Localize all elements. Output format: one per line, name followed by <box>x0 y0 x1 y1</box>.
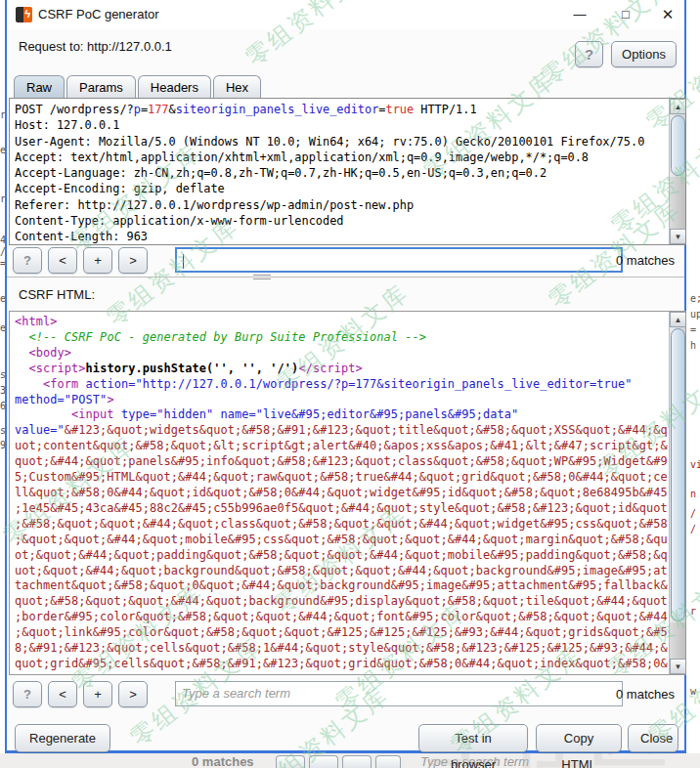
csrf-html-scrollbar[interactable]: ▲ ▼ <box>669 312 685 674</box>
search-add-button[interactable]: + <box>83 247 112 274</box>
background-text-fragment: = <box>690 324 696 335</box>
test-in-browser-button[interactable]: Test in browser <box>418 724 528 752</box>
code-line: <script>history.pushState('', '', '/')</… <box>15 362 669 377</box>
request-tabs: RawParamsHeadersHex <box>14 75 263 99</box>
background-button <box>309 755 338 768</box>
code-line: uot;content&quot;&#58;&quot;&lt;script&g… <box>15 439 669 454</box>
background-text-fragment: n <box>690 489 696 499</box>
code-line: value="&#123;&quot;widgets&quot;&#58;&#9… <box>15 423 669 439</box>
background-button <box>375 755 401 768</box>
code-line: 8;&#91;&#123;&quot;cells&quot;&#58;1&#44… <box>15 641 669 657</box>
search-next-button[interactable]: > <box>118 247 148 274</box>
copy-html-button[interactable]: Copy HTML <box>536 724 622 752</box>
request-scrollbar[interactable]: ▲ ▼ <box>669 99 685 244</box>
code-line: ;border&#95;color&quot;&#58;&quot;&quot;… <box>15 610 669 625</box>
background-matches-label: 0 matches <box>192 754 254 768</box>
match-count-label: 0 matches <box>616 687 675 702</box>
code-line: ;&#58;&quot;&quot;&#44;&quot;class&quot;… <box>15 517 669 533</box>
search-input[interactable] <box>175 247 623 273</box>
tab-params[interactable]: Params <box>66 75 136 99</box>
code-line: ll&quot;&#58;0&#44;&quot;id&quot;&#58;0&… <box>15 486 669 501</box>
request-search-bar: ? < + > 0 matches <box>7 246 684 276</box>
code-line: <!-- CSRF PoC - generated by Burp Suite … <box>15 330 669 346</box>
scroll-up-icon[interactable]: ▲ <box>670 312 686 327</box>
minimize-button[interactable]: — <box>565 4 594 25</box>
section-divider <box>7 277 684 277</box>
scroll-down-icon[interactable]: ▼ <box>670 659 686 674</box>
tab-headers[interactable]: Headers <box>138 75 211 99</box>
code-line: ot;&quot;&#44;&quot;padding&quot;&#58;&q… <box>15 548 669 564</box>
help-button[interactable]: ? <box>575 41 603 67</box>
code-line: Accept-Language: zh-CN,zh;q=0.8,zh-TW;q=… <box>15 165 669 181</box>
close-button[interactable]: Close <box>628 724 678 752</box>
background-button <box>342 755 372 768</box>
request-code[interactable]: POST /wordpress/?p=177&siteorigin_panels… <box>10 99 669 244</box>
code-line: tachment&quot;&#58;&quot;0&quot;&#44;&qu… <box>15 578 669 594</box>
code-line: POST /wordpress/?p=177&siteorigin_panels… <box>15 102 669 117</box>
background-text-fragment: up <box>690 309 700 320</box>
search-prev-button[interactable]: < <box>48 681 77 707</box>
background-text-fragment: / <box>690 524 696 534</box>
request-editor[interactable]: POST /wordpress/?p=177&siteorigin_panels… <box>9 98 686 245</box>
code-line: <html> <box>15 315 669 330</box>
background-text-fragment: / <box>690 508 696 519</box>
scroll-down-icon[interactable]: ▼ <box>670 229 686 244</box>
tab-hex[interactable]: Hex <box>213 75 261 99</box>
text-caret <box>183 254 184 269</box>
code-line: Referer: http://127.0.0.1/wordpress/wp-a… <box>15 197 669 213</box>
background-text-fragment: vi <box>690 459 700 470</box>
background-button <box>276 755 305 768</box>
code-line: quot;&#58;&quot;&quot;&#44;&quot;backgro… <box>15 594 669 610</box>
code-line: Content-Length: 963 <box>15 229 669 244</box>
background-text-fragment: e; <box>690 293 700 304</box>
splitter-grip[interactable] <box>253 275 271 279</box>
code-line: quot;grid&#95;cells&quot;&#58;&#91;&#123… <box>15 657 669 672</box>
search-help-button[interactable]: ? <box>13 681 42 707</box>
code-line: 5;Custom&#95;HTML&quot;&#44;&quot;raw&qu… <box>15 470 669 486</box>
csrf-html-label: CSRF HTML: <box>19 287 95 302</box>
scroll-thumb[interactable] <box>671 328 685 621</box>
csrf-search-bar: ? < + > Type a search term 0 matches <box>7 680 684 709</box>
options-button[interactable]: Options <box>611 41 677 67</box>
search-prev-button[interactable]: < <box>48 247 77 274</box>
code-line: <body> <box>15 346 669 362</box>
code-line: Accept: text/html,application/xhtml+xml,… <box>15 149 669 165</box>
code-line: <input type="hidden" name="live&#95;edit… <box>15 407 669 423</box>
scroll-track[interactable] <box>670 177 686 230</box>
match-count-label: 0 matches <box>616 253 675 268</box>
code-line: ;1e45&#45;43ca&#45;88c2&#45;c55b996ae0f5… <box>15 501 669 517</box>
code-line: quot;&#44;&quot;panels&#95;info&quot;&#5… <box>15 454 669 470</box>
code-line: ;&quot;link&#95;color&quot;&#58;&quot;&q… <box>15 625 669 641</box>
scroll-track[interactable] <box>670 622 686 659</box>
scroll-thumb[interactable] <box>671 115 685 176</box>
background-text-fragment: w <box>690 686 696 697</box>
code-line: User-Agent: Mozilla/5.0 (Windows NT 10.0… <box>15 134 669 149</box>
code-line: Content-Type: application/x-www-form-url… <box>15 213 669 229</box>
maximize-button[interactable]: □ <box>611 4 640 25</box>
window-title: CSRF PoC generator <box>38 7 159 21</box>
csrf-poc-dialog: ϟ CSRF PoC generator — □ ✕ Request to: h… <box>5 0 686 753</box>
request-to-label: Request to: http://127.0.0.1 <box>19 39 172 54</box>
background-text-fragment: r <box>690 606 696 617</box>
search-input[interactable]: Type a search term <box>175 681 623 706</box>
background-text-fragment: h <box>690 340 696 351</box>
close-icon[interactable]: ✕ <box>653 4 682 25</box>
csrf-html-code[interactable]: <html> <!-- CSRF PoC - generated by Burp… <box>10 312 669 674</box>
search-next-button[interactable]: > <box>118 681 148 707</box>
scroll-up-icon[interactable]: ▲ <box>670 99 686 114</box>
tab-raw[interactable]: Raw <box>14 75 65 99</box>
title-bar[interactable]: ϟ CSRF PoC generator — □ ✕ <box>7 0 684 29</box>
code-line: ;&quot;&quot;&#44;&quot;mobile&#95;css&q… <box>15 533 669 548</box>
regenerate-button[interactable]: Regenerate <box>15 724 110 752</box>
burp-icon: ϟ <box>16 7 32 22</box>
code-line: Host: 127.0.0.1 <box>15 117 669 133</box>
code-line: <form action="http://127.0.0.1/wordpress… <box>15 377 669 393</box>
search-add-button[interactable]: + <box>83 681 112 707</box>
code-line: Accept-Encoding: gzip, deflate <box>15 181 669 196</box>
search-help-button[interactable]: ? <box>13 247 42 274</box>
code-line: method="POST"> <box>15 393 669 408</box>
code-line: uot;&quot;&#44;&quot;background&quot;&#5… <box>15 564 669 579</box>
csrf-html-editor[interactable]: <html> <!-- CSRF PoC - generated by Burp… <box>9 311 686 675</box>
